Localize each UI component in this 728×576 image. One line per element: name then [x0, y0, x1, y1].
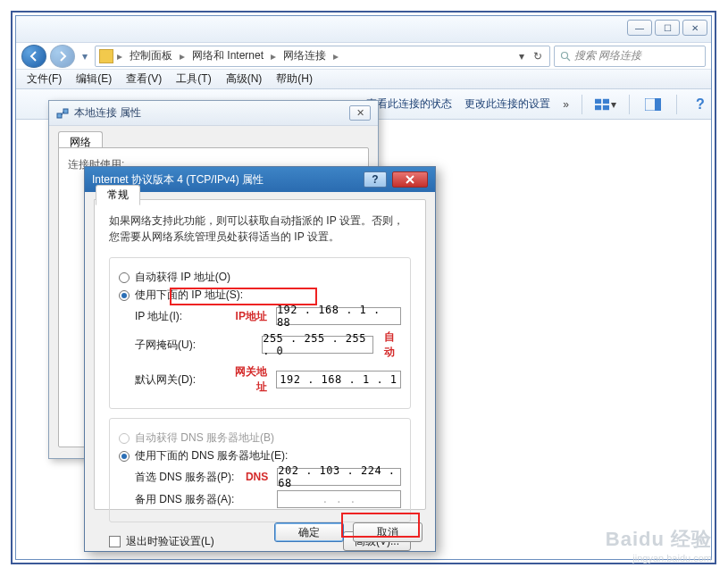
svg-line-1	[567, 58, 570, 61]
menu-tools[interactable]: 工具(T)	[171, 70, 216, 88]
search-placeholder: 搜索 网络连接	[574, 48, 641, 63]
minimize-button[interactable]: —	[627, 20, 652, 36]
breadcrumb-dropdown[interactable]: ▾	[515, 50, 528, 63]
close-button[interactable]: ✕	[682, 20, 707, 36]
watermark: Baidu 经验 jingyan.baidu.com	[606, 526, 712, 563]
ip-address-input[interactable]: 192 . 168 . 1 . 88	[276, 307, 401, 325]
svg-rect-4	[595, 104, 601, 109]
preview-pane-icon[interactable]	[642, 94, 664, 115]
menu-edit[interactable]: 编辑(E)	[71, 70, 117, 88]
dialog-title: 本地连接 属性	[74, 105, 141, 121]
ipv4-description: 如果网络支持此功能，则可以获取自动指派的 IP 设置。否则，您需要从网络系统管理…	[109, 213, 411, 245]
svg-rect-5	[603, 104, 609, 109]
toolbar-change-settings[interactable]: 更改此连接的设置	[464, 96, 550, 112]
search-icon	[560, 51, 571, 62]
dns-pref-label: 首选 DNS 服务器(P):	[135, 470, 237, 485]
menu-help[interactable]: 帮助(H)	[271, 70, 318, 88]
titlebar: — ☐ ✕	[16, 16, 711, 43]
menu-bar: 文件(F) 编辑(E) 查看(V) 工具(T) 高级(N) 帮助(H)	[16, 70, 711, 89]
dns-group: 自动获得 DNS 服务器地址(B) 使用下面的 DNS 服务器地址(E): 首选…	[109, 418, 411, 522]
validate-checkbox[interactable]: 退出时验证设置(L)	[109, 534, 214, 549]
menu-advanced[interactable]: 高级(N)	[221, 70, 268, 88]
svg-rect-3	[603, 98, 609, 103]
radio-auto-ip[interactable]: 自动获得 IP 地址(O)	[119, 270, 401, 285]
ipv4-help-button[interactable]: ?	[364, 171, 387, 188]
radio-auto-dns: 自动获得 DNS 服务器地址(B)	[119, 430, 401, 446]
maximize-button[interactable]: ☐	[655, 20, 680, 36]
ipv4-close-button[interactable]	[392, 171, 428, 188]
connection-icon	[56, 107, 69, 120]
dns-preferred-input[interactable]: 202 . 103 . 224 . 68	[277, 468, 401, 486]
annotation-ip: IP地址	[230, 309, 267, 324]
breadcrumb[interactable]: ▸ 控制面板 ▸ 网络和 Internet ▸ 网络连接 ▸ ▾ ↻	[95, 46, 550, 67]
ipv4-properties-dialog: Internet 协议版本 4 (TCP/IPv4) 属性 ? 常规 如果网络支…	[84, 166, 436, 552]
radio-manual-dns[interactable]: 使用下面的 DNS 服务器地址(E):	[119, 448, 401, 463]
gateway-input[interactable]: 192 . 168 . 1 . 1	[276, 371, 401, 388]
toolbar-view-status[interactable]: 查看此连接的状态	[366, 96, 452, 112]
cancel-button[interactable]: 取消	[353, 522, 423, 542]
forward-button[interactable]	[50, 45, 75, 68]
search-input[interactable]: 搜索 网络连接	[554, 46, 706, 67]
svg-rect-8	[57, 113, 62, 118]
breadcrumb-item[interactable]: 控制面板	[124, 46, 178, 66]
tab-general[interactable]: 常规	[96, 185, 140, 205]
gateway-label: 默认网关(D):	[135, 372, 223, 388]
dns-alt-label: 备用 DNS 服务器(A):	[135, 492, 237, 507]
annotation-auto: 自动	[384, 330, 401, 360]
svg-point-0	[562, 52, 568, 58]
back-button[interactable]	[21, 45, 46, 68]
breadcrumb-item[interactable]: 网络连接	[278, 46, 331, 66]
dns-alternate-input[interactable]: . . .	[277, 490, 401, 508]
history-dropdown[interactable]: ▾	[79, 45, 91, 68]
svg-rect-7	[655, 98, 661, 111]
help-icon[interactable]: ?	[690, 94, 711, 115]
subnet-mask-input[interactable]: 255 . 255 . 255 . 0	[262, 336, 373, 354]
svg-rect-2	[595, 98, 601, 103]
view-mode-icon[interactable]: ▾	[595, 94, 616, 115]
ok-button[interactable]: 确定	[274, 522, 344, 542]
folder-icon	[99, 49, 113, 63]
ip-label: IP 地址(I):	[135, 309, 223, 324]
breadcrumb-item[interactable]: 网络和 Internet	[187, 46, 269, 66]
refresh-icon[interactable]: ↻	[530, 50, 546, 63]
dialog-close-button[interactable]: ✕	[349, 105, 371, 121]
menu-view[interactable]: 查看(V)	[121, 70, 167, 88]
menu-file[interactable]: 文件(F)	[21, 70, 67, 88]
radio-manual-ip[interactable]: 使用下面的 IP 地址(S):	[119, 288, 401, 303]
annotation-dns: DNS	[244, 471, 268, 483]
ip-group: 自动获得 IP 地址(O) 使用下面的 IP 地址(S): IP 地址(I): …	[109, 257, 411, 409]
svg-rect-9	[63, 109, 68, 113]
annotation-gateway: 网关地址	[230, 364, 267, 395]
mask-label: 子网掩码(U):	[135, 338, 213, 353]
